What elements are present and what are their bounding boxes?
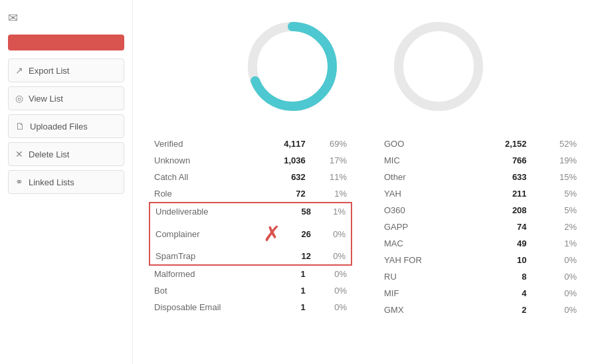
table-row: Role 72 1% (149, 185, 352, 202)
table-row: Bot 1 0% (149, 282, 352, 299)
main-content: Verified 4,117 69% Unknown 1,036 17% Cat… (133, 0, 598, 364)
sidebar-item-view-label: View List (29, 94, 63, 104)
sidebar-item-delete-label: Delete List (29, 149, 69, 159)
verified-chart (239, 13, 346, 120)
table-row: Undeliverable 58 1% Complainer ✗ 26 0% S… (149, 202, 352, 266)
domains-donut (385, 13, 492, 120)
table-row: MIC 766 19% (379, 152, 582, 169)
email-stats-table: Verified 4,117 69% Unknown 1,036 17% Cat… (149, 136, 352, 316)
sidebar-item-export-label: Export List (29, 66, 69, 76)
table-row: Malformed 1 0% (149, 266, 352, 282)
subscriber-count-row: ✉ (8, 11, 124, 25)
domain-stats-table: GOO 2,152 52% MIC 766 19% Other 633 15% … (379, 136, 582, 318)
view-icon: ◎ (15, 93, 23, 104)
add-subscribers-button[interactable] (8, 35, 124, 50)
table-row: Verified 4,117 69% (149, 136, 352, 152)
table-row: Unknown 1,036 17% (149, 152, 352, 169)
svg-point-2 (399, 27, 478, 106)
cross-icon: ✗ (263, 223, 281, 244)
sidebar-item-delete[interactable]: ✕ Delete List (8, 142, 124, 166)
table-row: MIF 4 0% (379, 285, 582, 302)
table-row: Undeliverable 58 1% (150, 203, 351, 220)
table-row: MAC 49 1% (379, 235, 582, 252)
table-row: GOO 2,152 52% (379, 136, 582, 152)
sidebar-menu: ↗ Export List ◎ View List 🗋 Uploaded Fil… (8, 58, 124, 194)
table-row: SpamTrap 12 0% (150, 248, 351, 265)
table-row: O360 208 5% (379, 202, 582, 219)
table-row: RU 8 0% (379, 268, 582, 285)
sidebar-item-view[interactable]: ◎ View List (8, 86, 124, 110)
file-icon: 🗋 (15, 121, 25, 132)
domains-chart (385, 13, 492, 120)
charts-row (149, 13, 582, 120)
delete-icon: ✕ (15, 149, 23, 159)
verified-donut (239, 13, 346, 120)
table-row: Other 633 15% (379, 169, 582, 185)
sidebar-item-uploaded[interactable]: 🗋 Uploaded Files (8, 114, 124, 138)
tables-row: Verified 4,117 69% Unknown 1,036 17% Cat… (149, 136, 582, 318)
sidebar-item-linked[interactable]: ⚭ Linked Lists (8, 170, 124, 194)
link-icon: ⚭ (15, 177, 23, 187)
table-row: Catch All 632 11% (149, 169, 352, 185)
table-row: GAPP 74 2% (379, 219, 582, 235)
sidebar-item-uploaded-label: Uploaded Files (30, 122, 88, 132)
sidebar-item-linked-label: Linked Lists (29, 177, 74, 187)
right-data-table: GOO 2,152 52% MIC 766 19% Other 633 15% … (379, 136, 582, 318)
export-icon: ↗ (15, 65, 23, 76)
table-row: YAH 211 5% (379, 185, 582, 202)
left-data-table: Verified 4,117 69% Unknown 1,036 17% Cat… (149, 136, 352, 318)
sidebar: ✉ ↗ Export List ◎ View List 🗋 Uploaded F… (0, 0, 133, 364)
table-row: GMX 2 0% (379, 302, 582, 318)
sidebar-item-export[interactable]: ↗ Export List (8, 58, 124, 82)
table-row: Disposable Email 1 0% (149, 299, 352, 316)
envelope-icon: ✉ (8, 11, 18, 25)
table-row: YAH FOR 10 0% (379, 252, 582, 268)
table-row-complainer: Complainer ✗ 26 0% (150, 220, 351, 248)
